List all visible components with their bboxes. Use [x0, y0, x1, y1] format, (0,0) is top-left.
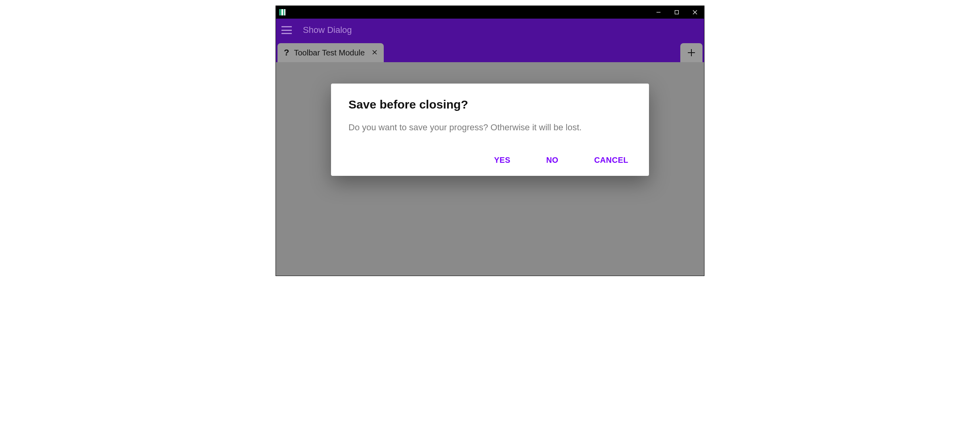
hamburger-menu-button[interactable] [281, 26, 292, 34]
titlebar [276, 6, 704, 19]
yes-button[interactable]: YES [494, 156, 511, 165]
tab-label: Toolbar Test Module [294, 48, 365, 57]
no-button[interactable]: NO [546, 156, 559, 165]
cancel-button[interactable]: CANCEL [594, 156, 628, 165]
header-title: Show Dialog [303, 25, 352, 35]
tab-toolbar-test-module[interactable]: ? Toolbar Test Module [278, 43, 384, 62]
dialog-actions: YES NO CANCEL [348, 156, 632, 165]
svg-rect-1 [279, 9, 281, 15]
svg-rect-2 [283, 9, 284, 15]
app-icon [279, 9, 285, 15]
minimize-button[interactable] [649, 6, 668, 19]
close-tab-button[interactable] [372, 49, 377, 57]
svg-rect-4 [675, 11, 679, 14]
maximize-button[interactable] [668, 6, 686, 19]
app-window: Show Dialog ? Toolbar Test Module Save b… [276, 6, 704, 276]
dialog-title: Save before closing? [348, 98, 632, 111]
add-tab-button[interactable] [680, 43, 702, 62]
header-bar: Show Dialog [276, 19, 704, 42]
dialog-body: Do you want to save your progress? Other… [348, 122, 632, 133]
plus-icon [687, 48, 696, 57]
close-window-button[interactable] [686, 6, 704, 19]
window-controls [649, 6, 704, 19]
content-area: Save before closing? Do you want to save… [276, 62, 704, 276]
save-dialog: Save before closing? Do you want to save… [331, 84, 649, 176]
tab-strip: ? Toolbar Test Module [276, 42, 704, 62]
help-icon: ? [284, 48, 289, 58]
